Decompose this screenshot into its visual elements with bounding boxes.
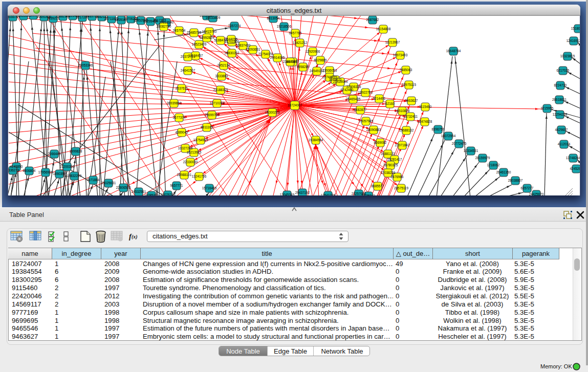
svg-text:10323815: 10323815 [560, 54, 575, 58]
svg-text:8029889: 8029889 [314, 58, 327, 62]
svg-text:29914085: 29914085 [270, 56, 285, 59]
svg-text:4143890: 4143890 [10, 165, 23, 168]
svg-text:16213925: 16213925 [187, 150, 202, 154]
svg-text:7671884: 7671884 [87, 178, 100, 182]
svg-text:19688132: 19688132 [399, 128, 414, 132]
svg-text:29281417: 29281417 [387, 158, 402, 161]
svg-text:11881122: 11881122 [381, 152, 395, 156]
svg-text:24532561: 24532561 [132, 190, 146, 193]
svg-text:16072954: 16072954 [441, 134, 456, 138]
svg-text:9875847: 9875847 [362, 194, 375, 195]
svg-text:12416912: 12416912 [567, 39, 580, 42]
svg-text:8811165: 8811165 [201, 125, 213, 129]
svg-text:16154808: 16154808 [376, 27, 391, 31]
svg-text:19384554: 19384554 [309, 138, 323, 142]
svg-text:13754919: 13754919 [193, 138, 208, 142]
svg-text:6482877: 6482877 [354, 108, 367, 112]
svg-text:20813640: 20813640 [159, 20, 174, 24]
svg-text:12541238: 12541238 [321, 193, 336, 195]
svg-text:7485063: 7485063 [400, 68, 412, 72]
svg-text:22330030: 22330030 [183, 160, 198, 164]
svg-text:7452134: 7452134 [217, 63, 230, 67]
svg-text:6457765: 6457765 [289, 31, 302, 35]
svg-text:12294238: 12294238 [553, 113, 568, 116]
svg-text:9657771: 9657771 [170, 184, 183, 187]
svg-text:25465435: 25465435 [346, 97, 361, 101]
svg-text:15300273: 15300273 [265, 111, 280, 114]
svg-text:28082730: 28082730 [157, 25, 171, 28]
svg-text:13732411: 13732411 [403, 115, 418, 118]
svg-text:28988101: 28988101 [177, 173, 192, 177]
svg-text:12213967: 12213967 [385, 40, 400, 44]
svg-text:23936053: 23936053 [322, 69, 337, 72]
svg-text:9115460: 9115460 [419, 105, 432, 108]
svg-text:29437192: 29437192 [295, 191, 310, 194]
svg-text:1218062: 1218062 [487, 163, 500, 167]
svg-text:24090883: 24090883 [366, 128, 381, 132]
svg-text:22474828: 22474828 [418, 120, 432, 123]
svg-text:20372723: 20372723 [181, 55, 195, 58]
svg-text:19523409: 19523409 [192, 42, 207, 46]
svg-text:2457954: 2457954 [173, 29, 186, 32]
svg-text:13421212: 13421212 [293, 41, 308, 45]
svg-text:2087682: 2087682 [366, 18, 379, 21]
svg-text:10327246: 10327246 [178, 146, 193, 150]
svg-text:26618611: 26618611 [552, 98, 567, 101]
svg-text:25025631: 25025631 [101, 181, 116, 185]
svg-text:9214491: 9214491 [373, 97, 386, 100]
svg-text:9958289: 9958289 [297, 65, 310, 69]
svg-text:25485735: 25485735 [187, 31, 202, 34]
svg-text:2876966: 2876966 [391, 175, 404, 179]
svg-text:22093651: 22093651 [246, 48, 260, 51]
svg-text:16033809: 16033809 [206, 16, 221, 19]
svg-text:8806804: 8806804 [23, 169, 36, 172]
svg-text:10057945: 10057945 [359, 119, 374, 123]
svg-text:4245263: 4245263 [570, 167, 580, 170]
svg-text:6217026: 6217026 [557, 69, 570, 72]
svg-text:10973493: 10973493 [393, 53, 408, 57]
svg-text:13241736: 13241736 [192, 174, 207, 178]
svg-text:7357274: 7357274 [228, 24, 241, 28]
svg-text:16648784: 16648784 [446, 49, 461, 53]
svg-text:8685577: 8685577 [372, 184, 384, 188]
svg-text:19285201: 19285201 [144, 193, 159, 195]
svg-text:19218506: 19218506 [277, 25, 292, 28]
svg-text:24425670: 24425670 [529, 192, 544, 195]
svg-text:4429607: 4429607 [555, 128, 568, 132]
svg-text:2066449: 2066449 [48, 152, 61, 156]
svg-text:6357277: 6357277 [521, 186, 534, 190]
svg-text:23971842: 23971842 [395, 143, 410, 147]
svg-text:24641507: 24641507 [181, 69, 195, 72]
svg-text:22806503: 22806503 [116, 186, 131, 189]
svg-text:23487347: 23487347 [283, 60, 298, 63]
svg-text:1890399: 1890399 [53, 172, 66, 176]
svg-text:4112034: 4112034 [558, 142, 571, 146]
svg-text:26780325: 26780325 [383, 163, 398, 167]
svg-text:10334531: 10334531 [464, 149, 478, 152]
svg-text:10837430: 10837430 [236, 43, 251, 47]
svg-text:4389045: 4389045 [176, 130, 188, 134]
svg-text:18992829: 18992829 [200, 36, 214, 39]
svg-text:3644095: 3644095 [225, 37, 238, 41]
svg-text:8224730: 8224730 [554, 83, 567, 87]
svg-text:21200396: 21200396 [60, 165, 75, 168]
svg-text:16415740: 16415740 [202, 30, 217, 33]
svg-text:12920906: 12920906 [306, 50, 320, 53]
svg-text:6742460: 6742460 [341, 88, 354, 92]
svg-text:1999828: 1999828 [70, 149, 82, 153]
svg-text:28159979: 28159979 [475, 156, 490, 160]
svg-text:16510878: 16510878 [395, 109, 410, 113]
svg-text:27038236: 27038236 [381, 171, 396, 174]
svg-text:8369062: 8369062 [374, 141, 387, 144]
svg-text:12975115: 12975115 [402, 83, 416, 86]
svg-text:20772475: 20772475 [452, 142, 467, 145]
svg-text:21439044: 21439044 [333, 80, 348, 83]
svg-text:3333883: 3333883 [215, 74, 228, 78]
svg-text:19832259: 19832259 [67, 174, 82, 178]
svg-text:28575119: 28575119 [394, 186, 408, 190]
svg-text:10710248: 10710248 [210, 101, 225, 105]
svg-text:26939869: 26939869 [167, 101, 182, 105]
svg-text:3677374: 3677374 [173, 116, 186, 119]
svg-text:(x): (x) [132, 234, 138, 240]
svg-text:15180586: 15180586 [571, 27, 580, 30]
